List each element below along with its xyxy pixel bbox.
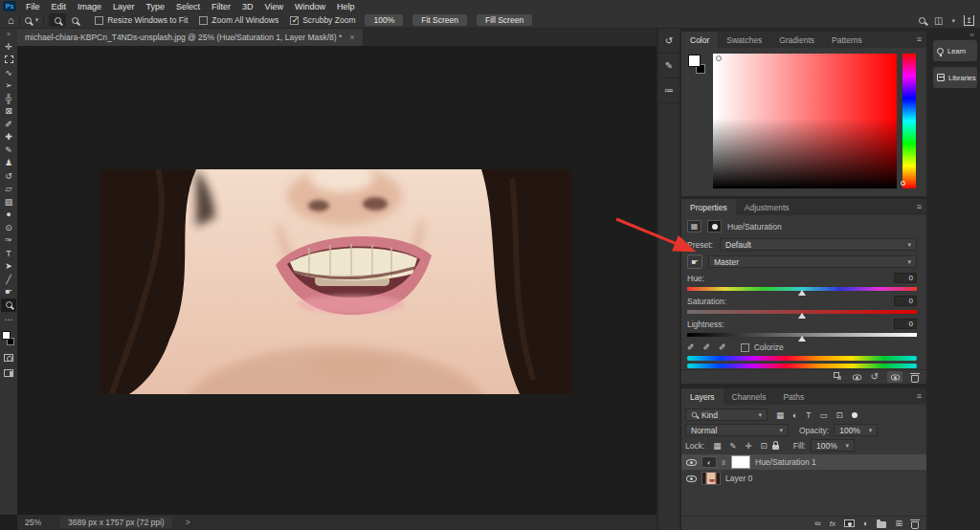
gradient-tool[interactable]: ▨ [1,195,16,209]
hue-value-input[interactable]: 0 [894,273,917,283]
subtract-sample-eyedropper-icon[interactable]: ✐ [719,342,726,352]
crop-tool[interactable]: ╬ [1,92,16,105]
edit-toolbar-icon[interactable]: ⋯ [1,314,16,327]
dodge-tool[interactable]: ⊙ [1,221,16,234]
mask-link-icon[interactable]: ∞ [721,460,727,465]
layer-mask-icon[interactable] [707,220,722,232]
frame-tool[interactable]: ⊠ [1,105,16,119]
targeted-adjustment-icon[interactable]: ☛ [687,254,702,269]
filter-shape-icon[interactable]: ▭ [819,410,827,420]
layer-mask-thumbnail[interactable] [731,455,750,469]
layer-visibility-eye-icon[interactable] [686,459,697,466]
learn-panel-button[interactable]: Learn [933,40,977,61]
photoshop-logo[interactable]: Ps [3,1,16,11]
lightness-gradient-slider[interactable] [687,333,917,337]
slider-thumb[interactable] [798,336,806,342]
lasso-tool[interactable]: ∿ [1,66,16,79]
tab-properties[interactable]: Properties [681,199,736,215]
tool-presets-icon[interactable]: ≔ [658,78,679,103]
new-layer-icon[interactable]: ⊞ [895,519,902,528]
tab-swatches[interactable]: Swatches [718,32,770,48]
lightness-value-input[interactable]: 0 [894,319,917,329]
eraser-tool[interactable]: ▱ [1,183,16,196]
saturation-gradient-slider[interactable] [687,310,917,314]
checkbox-icon[interactable] [95,16,103,25]
lock-pixels-icon[interactable]: ✎ [729,441,736,451]
channel-select[interactable]: Master ▾ [708,255,917,268]
zoom-100-button[interactable]: 100% [365,14,403,26]
filter-smart-object-icon[interactable]: ⊡ [835,410,842,420]
menu-filter[interactable]: Filter [206,2,236,11]
menu-type[interactable]: Type [141,2,171,11]
colorize-checkbox[interactable] [741,343,749,352]
scrubby-zoom-checkbox[interactable]: Scrubby Zoom [290,15,355,25]
new-adjustment-layer-icon[interactable]: ◐ [863,519,868,528]
hue-slider[interactable] [902,54,916,188]
menu-edit[interactable]: Edit [46,2,73,11]
delete-layer-icon[interactable] [911,521,919,529]
zoom-in-button[interactable] [49,13,66,27]
link-layers-icon[interactable]: ∞ [814,519,820,528]
tab-color[interactable]: Color [681,32,718,48]
blur-tool[interactable]: ● [1,209,16,222]
eyedropper-tool[interactable]: ✐ [1,118,16,131]
menu-file[interactable]: File [20,2,46,11]
lock-all-icon[interactable] [772,445,779,450]
object-selection-tool[interactable]: ➢ [1,79,16,93]
quick-mask-icon[interactable] [4,354,13,362]
zoom-tool-icon[interactable] [25,17,32,24]
menu-help[interactable]: Help [331,2,361,11]
color-swatches-control[interactable] [686,54,711,78]
layer-name[interactable]: Layer 0 [725,474,752,483]
foreground-color-swatch[interactable] [688,55,701,67]
opacity-select[interactable]: 100% ▾ [834,424,878,436]
hue-gradient-slider[interactable] [687,287,917,291]
resize-windows-checkbox[interactable]: Resize Windows to Fit [95,15,188,25]
filter-type-icon[interactable]: T [806,410,811,420]
document-tab[interactable]: michael-chiara-KBPCn_T4NDs-unsplash.jpg … [17,29,363,46]
new-group-icon[interactable] [877,521,886,528]
tab-patterns[interactable]: Patterns [823,32,871,48]
lock-artboard-icon[interactable]: ⊡ [761,441,768,451]
eyedropper-icon[interactable]: ✐ [687,342,695,352]
move-tool[interactable]: ✛ [1,40,16,54]
filter-toggle-icon[interactable] [852,412,858,418]
history-brush-tool[interactable]: ↺ [1,169,16,183]
layer-row-layer-0[interactable]: Layer 0 [681,471,926,486]
clone-stamp-tool[interactable]: ♟ [1,157,16,170]
menu-image[interactable]: Image [72,2,107,11]
lock-position-icon[interactable]: ✛ [745,441,751,451]
path-selection-tool[interactable]: ➤ [1,260,16,274]
delete-adjustment-icon[interactable] [911,375,919,383]
adjustment-layer-thumbnail[interactable]: ◐ [702,456,717,468]
add-mask-icon[interactable] [844,519,855,527]
layer-image-thumbnail[interactable] [702,472,721,485]
status-zoom-level[interactable]: 25% [25,518,41,527]
chevron-down-icon[interactable]: ▾ [951,17,955,25]
brush-tool[interactable]: ✎ [1,144,16,157]
menu-3d[interactable]: 3D [236,2,259,11]
blend-mode-select[interactable]: Normal ▾ [685,424,789,436]
visibility-toggle[interactable] [887,371,902,383]
status-chevron-icon[interactable]: > [186,518,190,527]
collapse-icon[interactable]: » [7,29,11,40]
expand-icon[interactable]: « [970,31,974,39]
tab-layers[interactable]: Layers [681,388,724,405]
history-icon[interactable]: ↺ [658,29,679,54]
panel-menu-icon[interactable]: ≡ [917,34,922,44]
zoom-out-button[interactable] [66,13,83,27]
checkbox-checked-icon[interactable] [290,16,299,25]
document-canvas[interactable] [100,169,571,394]
fill-screen-button[interactable]: Fill Screen [477,14,532,26]
fit-screen-button[interactable]: Fit Screen [412,14,467,26]
spot-healing-brush-tool[interactable]: ✚ [1,131,16,144]
layer-style-icon[interactable]: fx [830,519,835,528]
close-icon[interactable]: × [349,33,354,42]
screen-mode-icon[interactable] [4,369,13,377]
clip-to-layer-icon[interactable] [834,372,839,378]
color-field-marker[interactable] [716,55,722,61]
layer-row-hue-saturation[interactable]: ◐ ∞ Hue/Saturation 1 [681,454,926,470]
add-sample-eyedropper-icon[interactable]: ✐ [703,342,711,352]
menu-select[interactable]: Select [170,2,206,11]
menu-window[interactable]: Window [289,2,331,11]
